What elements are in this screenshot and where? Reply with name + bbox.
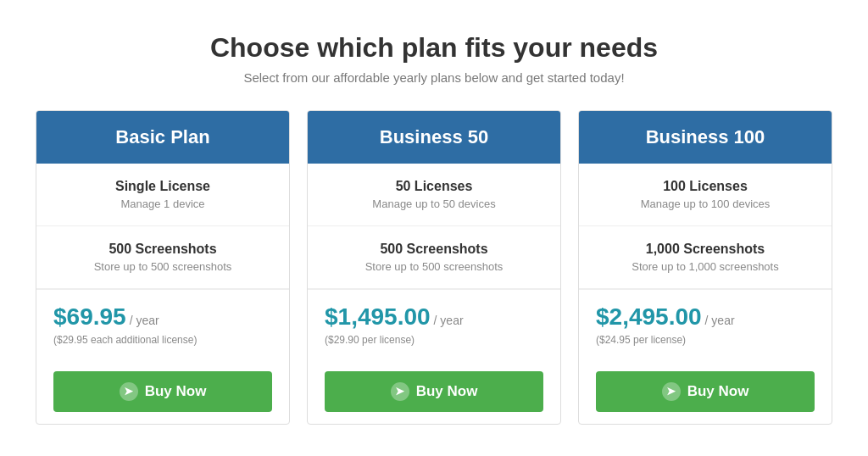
buy-button-basic[interactable]: ➤Buy Now — [53, 371, 272, 412]
feature-title-business50-0: 50 Licenses — [325, 179, 543, 194]
price-main-business100: $2,495.00/ year — [596, 303, 815, 331]
price-note-basic: ($29.95 each additional license) — [53, 334, 272, 346]
plan-footer-basic: ➤Buy Now — [36, 359, 289, 424]
feature-title-basic-0: Single License — [53, 179, 272, 194]
plan-price-section-business50: $1,495.00/ year($29.90 per license) — [308, 289, 560, 359]
plan-header-business50: Business 50 — [308, 111, 560, 164]
plan-card-business100: Business 100100 LicensesManage up to 100… — [578, 110, 832, 425]
page-subtitle: Select from our affordable yearly plans … — [210, 70, 658, 85]
page-header: Choose which plan fits your needs Select… — [210, 32, 658, 85]
plan-feature-business100-0: 100 LicensesManage up to 100 devices — [579, 164, 832, 226]
buy-label-basic: Buy Now — [145, 383, 207, 400]
plan-feature-business50-1: 500 ScreenshotsStore up to 500 screensho… — [308, 226, 560, 289]
buy-label-business100: Buy Now — [687, 383, 749, 400]
plans-container: Basic PlanSingle LicenseManage 1 device5… — [27, 110, 841, 425]
plan-feature-basic-1: 500 ScreenshotsStore up to 500 screensho… — [36, 226, 289, 289]
plan-header-business100: Business 100 — [579, 111, 832, 164]
feature-title-business50-1: 500 Screenshots — [325, 242, 543, 257]
price-period-business50: / year — [434, 314, 464, 327]
plan-feature-business50-0: 50 LicensesManage up to 50 devices — [308, 164, 560, 226]
plan-feature-business100-1: 1,000 ScreenshotsStore up to 1,000 scree… — [579, 226, 832, 289]
buy-button-business50[interactable]: ➤Buy Now — [325, 371, 543, 412]
arrow-icon-basic: ➤ — [120, 382, 138, 401]
price-amount-business50: $1,495.00 — [325, 303, 431, 331]
price-note-business100: ($24.95 per license) — [596, 334, 815, 346]
plan-header-basic: Basic Plan — [36, 111, 289, 164]
price-note-business50: ($29.90 per license) — [325, 334, 543, 346]
buy-label-business50: Buy Now — [416, 383, 478, 400]
plan-feature-basic-0: Single LicenseManage 1 device — [36, 164, 289, 226]
feature-title-basic-1: 500 Screenshots — [53, 242, 272, 257]
feature-title-business100-1: 1,000 Screenshots — [596, 242, 815, 257]
arrow-icon-business50: ➤ — [391, 382, 409, 401]
price-amount-business100: $2,495.00 — [596, 303, 702, 331]
plan-footer-business100: ➤Buy Now — [579, 359, 832, 424]
feature-desc-basic-1: Store up to 500 screenshots — [53, 260, 272, 273]
plan-card-business50: Business 5050 LicensesManage up to 50 de… — [307, 110, 561, 425]
plan-price-section-basic: $69.95/ year($29.95 each additional lice… — [36, 289, 289, 359]
page-title: Choose which plan fits your needs — [210, 32, 658, 64]
price-main-business50: $1,495.00/ year — [325, 303, 543, 331]
price-period-basic: / year — [130, 314, 159, 327]
plan-card-basic: Basic PlanSingle LicenseManage 1 device5… — [36, 110, 290, 425]
price-period-business100: / year — [705, 314, 735, 327]
plan-footer-business50: ➤Buy Now — [308, 359, 560, 424]
feature-desc-basic-0: Manage 1 device — [53, 197, 272, 210]
feature-desc-business50-1: Store up to 500 screenshots — [325, 260, 543, 273]
arrow-icon-business100: ➤ — [662, 382, 681, 401]
feature-desc-business50-0: Manage up to 50 devices — [325, 197, 543, 210]
feature-desc-business100-1: Store up to 1,000 screenshots — [596, 260, 815, 273]
feature-title-business100-0: 100 Licenses — [596, 179, 815, 194]
price-main-basic: $69.95/ year — [53, 303, 272, 331]
price-amount-basic: $69.95 — [53, 303, 126, 331]
plan-price-section-business100: $2,495.00/ year($24.95 per license) — [579, 289, 832, 359]
buy-button-business100[interactable]: ➤Buy Now — [596, 371, 815, 412]
feature-desc-business100-0: Manage up to 100 devices — [596, 197, 815, 210]
